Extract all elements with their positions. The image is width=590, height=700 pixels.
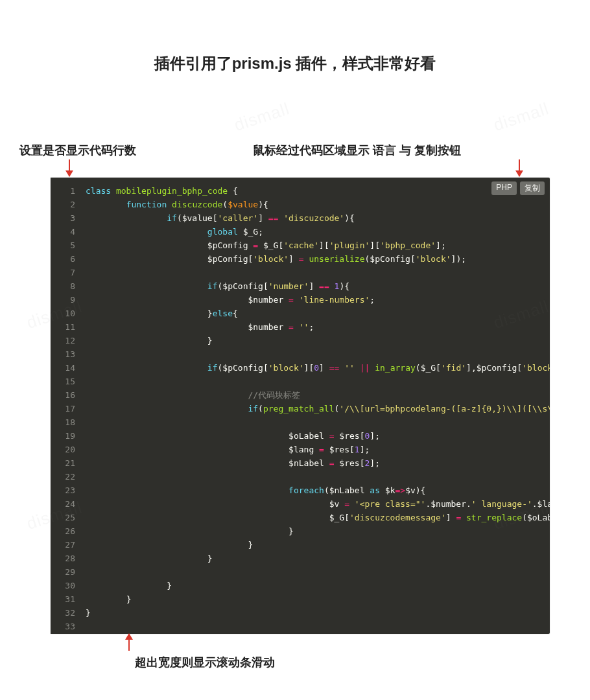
code-block: PHP 复制 123456789101112131415161718192021…: [51, 178, 550, 634]
code-scroll-area[interactable]: class mobileplugin_bphp_code { function …: [80, 178, 550, 634]
watermark: dismall: [491, 99, 551, 135]
line-number-gutter: 1234567891011121314151617181920212223242…: [51, 178, 80, 634]
code-content: class mobileplugin_bphp_code { function …: [80, 178, 550, 634]
copy-button[interactable]: 复制: [520, 181, 545, 195]
label-scrollbar: 超出宽度则显示滚动条滑动: [135, 655, 275, 670]
watermark: dismall: [231, 99, 292, 135]
label-hover-badges: 鼠标经过代码区域显示 语言 与 复制按钮: [253, 143, 461, 158]
arrow-up-icon: [128, 634, 130, 651]
arrow-down-icon: [519, 159, 520, 176]
label-line-numbers: 设置是否显示代码行数: [19, 143, 136, 158]
language-badge: PHP: [491, 181, 517, 195]
code-badges: PHP 复制: [491, 181, 545, 195]
page-title: 插件引用了prism.js 插件，样式非常好看: [0, 53, 590, 74]
arrow-down-icon: [69, 159, 70, 176]
